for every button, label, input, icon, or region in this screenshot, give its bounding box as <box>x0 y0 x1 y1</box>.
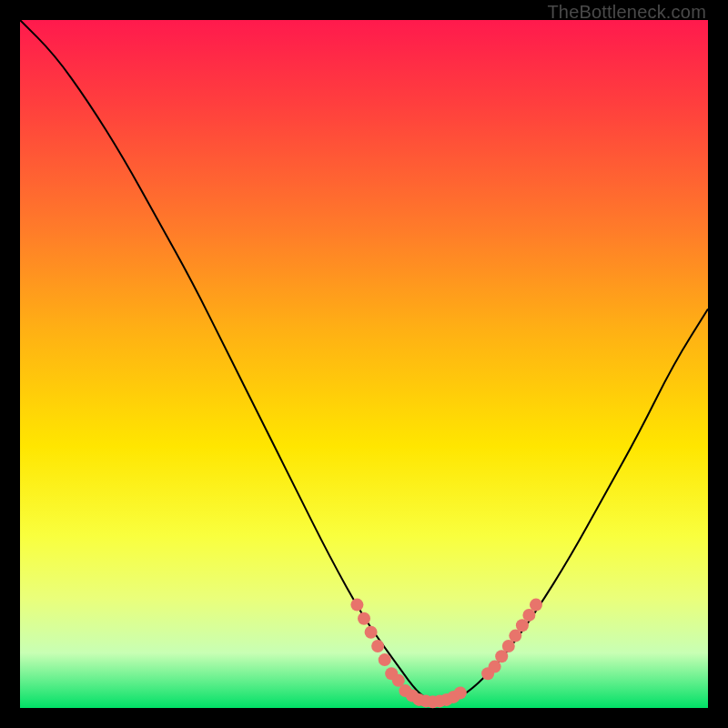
marker-dot <box>350 599 363 612</box>
marker-dot <box>516 619 529 632</box>
marker-dots-group <box>350 599 542 709</box>
marker-dot <box>454 686 467 699</box>
marker-dot <box>530 599 542 612</box>
bottleneck-curve-path <box>20 20 708 701</box>
marker-dot <box>358 612 370 625</box>
chart-plot-area <box>20 20 708 708</box>
marker-dot <box>502 640 515 652</box>
marker-dot <box>365 626 378 639</box>
marker-dot <box>379 653 391 666</box>
marker-dot <box>371 640 384 652</box>
chart-svg <box>20 20 708 708</box>
